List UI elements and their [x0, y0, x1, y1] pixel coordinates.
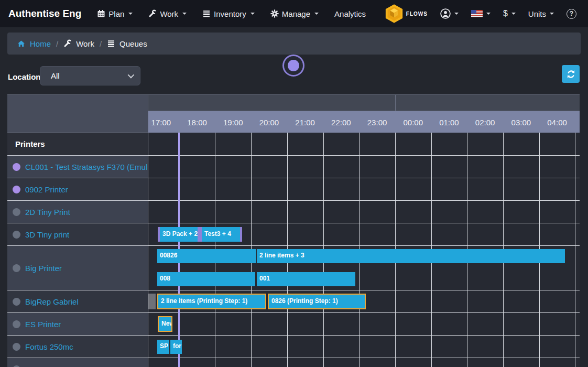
toolbar-row: Location All — [0, 55, 588, 94]
date-band — [148, 95, 580, 111]
printers-group-label: Printers — [15, 139, 45, 148]
chevron-down-icon — [550, 13, 554, 15]
printer-track[interactable] — [148, 156, 580, 178]
printer-track[interactable]: New — [148, 313, 580, 336]
chevron-down-icon — [128, 72, 135, 79]
printer-list: Printers CL001 - Test Stratasys F370 (Em… — [7, 133, 148, 367]
chevron-down-icon — [486, 13, 491, 15]
currency-label: $ — [503, 9, 508, 18]
printer-row — [7, 358, 148, 367]
wrench-icon — [63, 39, 72, 48]
printer-track[interactable]: 2 line items (Printing Step: 1)0826 (Pri… — [148, 290, 580, 313]
breadcrumb-label: Queues — [119, 39, 147, 48]
time-tick: 21:00 — [295, 117, 315, 126]
user-menu[interactable] — [440, 8, 459, 19]
printer-track[interactable]: 3D Pack + 2Test3 + 4 — [148, 223, 580, 246]
nav-item-analytics[interactable]: Analytics — [334, 9, 366, 18]
breadcrumb: Home/Work/Queues — [7, 33, 581, 55]
gantt-chart-area[interactable]: 3D Pack + 2Test3 + 4008262 line items + … — [148, 133, 580, 367]
time-axis: 17:0018:0019:0020:0021:0022:0023:0000:00… — [148, 111, 580, 133]
help-icon[interactable]: ? — [567, 9, 576, 19]
printer-name-link[interactable]: Big Printer — [25, 264, 62, 273]
currency-menu[interactable]: $ — [503, 9, 516, 18]
top-navbar: Authentise Eng PlanWorkInventoryManageAn… — [0, 0, 588, 27]
calendar-icon — [97, 9, 105, 18]
printer-status-dot — [13, 320, 20, 328]
user-icon — [440, 8, 451, 19]
job-bar[interactable]: 008 — [157, 272, 255, 286]
printer-row: Big Printer — [7, 246, 148, 290]
chevron-down-icon — [128, 13, 133, 15]
job-bar[interactable]: New — [158, 316, 172, 332]
printer-track[interactable] — [148, 178, 580, 201]
printer-track[interactable]: SPfor — [148, 336, 580, 358]
units-label: Units — [528, 9, 546, 18]
job-bar[interactable]: SP — [157, 340, 169, 354]
list-icon — [107, 39, 115, 48]
loading-spinner — [282, 55, 304, 77]
job-bar[interactable]: 0826 (Printing Step: 1) — [268, 294, 366, 309]
group-header-track — [148, 133, 580, 156]
job-bar[interactable]: for — [170, 340, 182, 354]
printer-row: CL001 - Test Stratasys F370 (Emul — [7, 156, 148, 178]
queues-gantt: 17:0018:0019:0020:0021:0022:0023:0000:00… — [7, 94, 580, 367]
time-tick: 17:00 — [151, 117, 171, 126]
printer-name-link[interactable]: 2D Tiny Print — [25, 208, 70, 217]
nav-item-plan[interactable]: Plan — [97, 9, 133, 18]
gantt-header: 17:0018:0019:0020:0021:0022:0023:0000:00… — [7, 94, 580, 133]
gear-icon — [270, 9, 279, 18]
printer-status-dot — [13, 208, 20, 216]
printer-status-dot — [13, 231, 20, 239]
job-bar[interactable]: 2 line items + 3 — [257, 249, 565, 263]
printer-track[interactable]: 008262 line items + 3008001 — [148, 246, 580, 290]
breadcrumb-label: Work — [76, 39, 94, 48]
breadcrumb-separator: / — [56, 39, 58, 48]
flows-logo[interactable]: FLOWS — [385, 4, 428, 24]
refresh-icon — [567, 70, 575, 79]
job-bar[interactable]: 001 — [257, 272, 355, 286]
job-bar[interactable]: 2 line items (Printing Step: 1) — [157, 294, 266, 309]
printer-name-link[interactable]: CL001 - Test Stratasys F370 (Emul — [25, 163, 147, 171]
printer-name-link[interactable]: ES Printer — [25, 320, 61, 329]
flows-cube-icon — [385, 4, 403, 24]
time-tick: 22:00 — [331, 117, 351, 126]
nav-item-inventory[interactable]: Inventory — [202, 9, 255, 18]
printer-status-dot — [13, 186, 20, 193]
app-brand[interactable]: Authentise Eng — [8, 8, 81, 19]
nav-item-label: Inventory — [214, 9, 246, 18]
nav-item-manage[interactable]: Manage — [270, 9, 319, 18]
job-bar-clipped[interactable] — [148, 294, 156, 309]
location-value: All — [51, 71, 60, 80]
breadcrumb-item-work: Work — [63, 39, 94, 48]
printer-row: BigRep Gabriel — [7, 290, 148, 313]
time-tick: 01:00 — [439, 117, 459, 126]
printer-status-dot — [13, 163, 20, 171]
breadcrumb-item-home[interactable]: Home — [17, 39, 51, 48]
job-bar[interactable]: 00826 — [157, 249, 256, 263]
printer-track[interactable] — [148, 201, 580, 223]
chevron-down-icon — [511, 13, 516, 15]
time-tick: 00:00 — [403, 117, 423, 126]
flows-logo-text: FLOWS — [406, 11, 428, 17]
navbar-right: FLOWS $ Units ? — [385, 4, 580, 24]
time-tick: 03:00 — [511, 117, 531, 126]
location-select[interactable]: All — [40, 66, 140, 85]
time-tick: 20:00 — [259, 117, 279, 126]
language-menu[interactable] — [471, 10, 491, 17]
printer-name-link[interactable]: 0902 Printer — [25, 185, 68, 194]
gantt-body: Printers CL001 - Test Stratasys F370 (Em… — [7, 133, 580, 367]
units-menu[interactable]: Units — [528, 9, 554, 18]
chevron-down-icon — [454, 13, 459, 15]
printer-name-link[interactable]: Fortus 250mc — [25, 342, 73, 351]
refresh-button[interactable] — [562, 65, 580, 83]
printer-status-dot — [13, 298, 20, 306]
job-bar[interactable]: Test3 + 4 — [200, 227, 242, 242]
printer-track[interactable] — [148, 358, 580, 367]
nav-item-work[interactable]: Work — [148, 9, 187, 18]
time-tick: 23:00 — [367, 117, 387, 126]
nav-item-label: Work — [160, 9, 178, 18]
printer-name-link[interactable]: 3D Tiny print — [25, 230, 69, 239]
job-bar[interactable]: 3D Pack + 2 — [158, 227, 200, 242]
time-tick: 04:00 — [547, 117, 567, 126]
printer-name-link[interactable]: BigRep Gabriel — [25, 297, 79, 306]
